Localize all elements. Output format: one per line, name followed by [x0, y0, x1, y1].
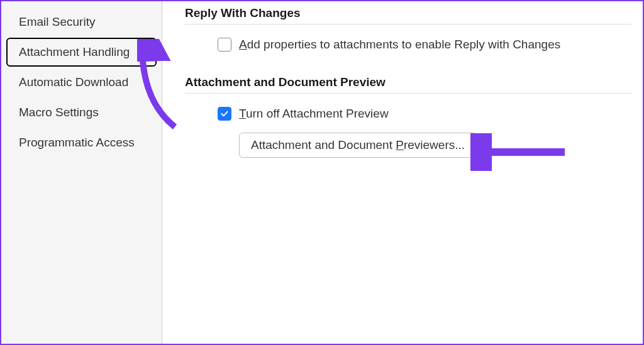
button-label: Attachment and Document Previewers...	[251, 138, 465, 151]
sidebar-item-label: Programmatic Access	[19, 136, 135, 149]
section-body-reply-with-changes: Add properties to attachments to enable …	[218, 37, 631, 53]
option-label: Turn off Attachment Preview	[239, 106, 389, 122]
trust-center-window: Email Security Attachment Handling Autom…	[0, 0, 644, 345]
sidebar-item-attachment-handling[interactable]: Attachment Handling	[6, 38, 157, 67]
check-icon	[219, 109, 230, 119]
checkbox-add-properties[interactable]	[218, 38, 231, 52]
option-label: Add properties to attachments to enable …	[239, 37, 560, 53]
checkbox-turn-off-preview[interactable]	[218, 107, 231, 121]
sidebar-item-macro-settings[interactable]: Macro Settings	[6, 98, 157, 127]
sidebar-item-label: Attachment Handling	[19, 45, 130, 58]
section-divider	[185, 24, 631, 25]
section-heading-attachment-preview: Attachment and Document Preview	[185, 75, 631, 89]
section-body-attachment-preview: Turn off Attachment Preview Attachment a…	[218, 106, 631, 158]
section-heading-reply-with-changes: Reply With Changes	[185, 6, 631, 20]
option-add-properties[interactable]: Add properties to attachments to enable …	[218, 37, 631, 53]
section-divider	[185, 93, 631, 94]
sidebar-item-label: Automatic Download	[19, 75, 128, 89]
option-turn-off-preview[interactable]: Turn off Attachment Preview	[218, 106, 631, 122]
sidebar-item-label: Macro Settings	[19, 106, 99, 119]
main-panel: Reply With Changes Add properties to att…	[162, 1, 643, 344]
sidebar-item-email-security[interactable]: Email Security	[6, 8, 157, 36]
attachment-previewers-button[interactable]: Attachment and Document Previewers...	[239, 133, 477, 158]
sidebar-item-automatic-download[interactable]: Automatic Download	[6, 68, 157, 97]
sidebar-item-programmatic-access[interactable]: Programmatic Access	[6, 128, 157, 157]
sidebar: Email Security Attachment Handling Autom…	[1, 1, 162, 344]
sidebar-item-label: Email Security	[19, 15, 95, 28]
